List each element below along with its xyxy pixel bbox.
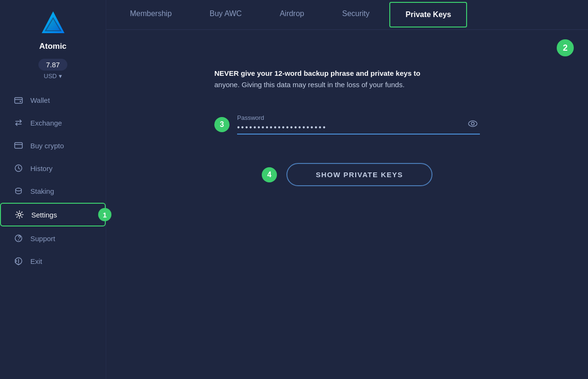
sidebar-item-label: Settings	[31, 211, 92, 219]
svg-rect-3	[15, 98, 22, 103]
app-name: Atomic	[39, 42, 67, 51]
password-input[interactable]	[237, 123, 480, 132]
sidebar-item-wallet[interactable]: Wallet	[0, 89, 106, 111]
currency-selector[interactable]: USD ▾	[44, 72, 62, 80]
warning-text-bold: NEVER give your 12-word backup phrase an…	[214, 69, 420, 77]
svg-point-4	[20, 101, 21, 102]
history-icon	[13, 163, 24, 173]
tab-security[interactable]: Security	[323, 0, 388, 29]
nav-items: Wallet Exchange Buy crypto	[0, 89, 106, 370]
svg-point-11	[469, 121, 477, 126]
tab-label: Membership	[130, 9, 172, 18]
tab-airdrop[interactable]: Airdrop	[261, 0, 323, 29]
atomic-logo	[38, 9, 68, 40]
svg-point-12	[471, 122, 474, 125]
staking-icon	[13, 186, 24, 196]
svg-point-7	[16, 188, 21, 191]
sidebar-item-buy-crypto[interactable]: Buy crypto	[0, 135, 106, 156]
main-content: Membership Buy AWC Airdrop Security Priv…	[106, 0, 588, 379]
sidebar-item-label: Buy crypto	[30, 142, 92, 150]
currency-value: USD	[44, 72, 56, 80]
sidebar-item-label: History	[30, 164, 92, 172]
balance-value: 7.87	[46, 61, 60, 69]
chevron-down-icon: ▾	[59, 72, 62, 80]
tab-label: Private Keys	[405, 10, 451, 18]
svg-point-8	[18, 213, 21, 216]
sidebar-item-label: Exchange	[30, 119, 92, 127]
sidebar-item-staking[interactable]: Staking	[0, 180, 106, 202]
support-icon	[13, 233, 24, 244]
exit-icon	[13, 256, 24, 266]
sidebar-item-history[interactable]: History	[0, 157, 106, 179]
sidebar-item-support[interactable]: Support	[0, 227, 106, 249]
sidebar-item-label: Exit	[30, 257, 92, 265]
sidebar-item-settings[interactable]: Settings 1	[0, 203, 106, 226]
show-private-keys-button[interactable]: SHOW PRIVATE KEYS	[286, 163, 432, 186]
password-label: Password	[237, 114, 480, 121]
settings-icon	[14, 209, 25, 220]
sidebar: Atomic 7.87 USD ▾ Wallet	[0, 0, 106, 379]
buy-crypto-icon	[13, 140, 24, 151]
sidebar-item-label: Wallet	[30, 96, 92, 104]
tab-bar: Membership Buy AWC Airdrop Security Priv…	[106, 0, 588, 30]
logo-area: Atomic	[38, 9, 68, 51]
tab-label: Airdrop	[280, 9, 304, 18]
tab-buy-awc[interactable]: Buy AWC	[191, 0, 261, 29]
warning-text: NEVER give your 12-word backup phrase an…	[214, 68, 480, 90]
tab-private-keys[interactable]: Private Keys	[389, 2, 467, 27]
tab-membership[interactable]: Membership	[111, 0, 191, 29]
warning-text-normal: anyone. Giving this data may result in t…	[214, 81, 404, 89]
exchange-icon	[13, 117, 24, 128]
content-area: 2 NEVER give your 12-word backup phrase …	[106, 30, 588, 379]
sidebar-item-label: Staking	[30, 187, 92, 195]
svg-rect-5	[15, 143, 22, 148]
step4-badge: 4	[262, 167, 277, 182]
step3-badge: 3	[214, 117, 230, 132]
show-keys-wrap: 4 SHOW PRIVATE KEYS	[214, 163, 480, 186]
password-field-wrap: 3 Password	[214, 114, 480, 135]
step2-badge: 2	[557, 39, 574, 56]
password-input-container: Password	[237, 114, 480, 135]
eye-icon[interactable]	[468, 120, 478, 130]
wallet-icon	[13, 95, 24, 105]
sidebar-item-exit[interactable]: Exit	[0, 250, 106, 272]
balance-display: 7.87	[38, 59, 67, 71]
sidebar-item-exchange[interactable]: Exchange	[0, 112, 106, 134]
form-section: 3 Password 4 SHOW PRIVATE KEYS	[214, 114, 480, 186]
tab-label: Buy AWC	[210, 9, 242, 18]
sidebar-item-label: Support	[30, 235, 92, 243]
tab-label: Security	[342, 9, 369, 18]
